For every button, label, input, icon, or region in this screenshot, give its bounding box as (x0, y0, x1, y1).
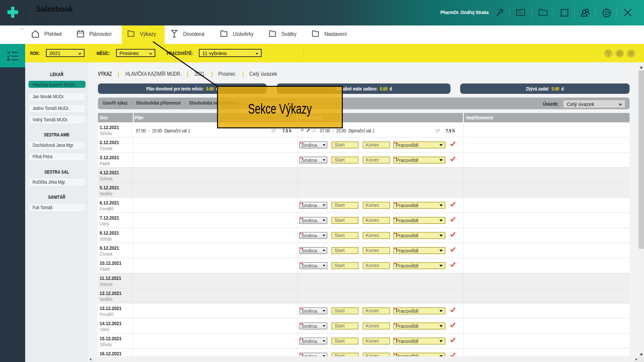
svg-text:N: N (519, 11, 522, 14)
